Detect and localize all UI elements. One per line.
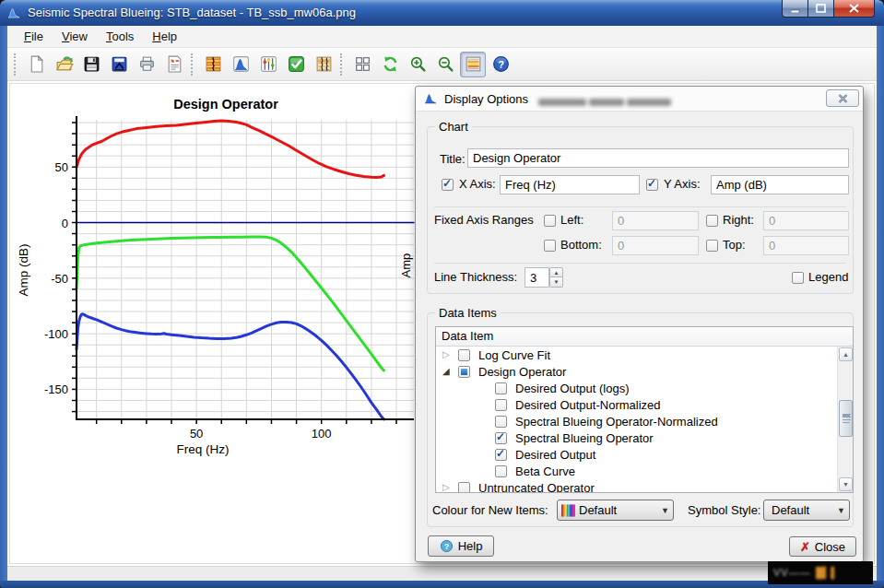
help-button[interactable]: ? Help: [428, 535, 494, 557]
item-checkbox-checked[interactable]: [495, 449, 507, 461]
tree-row[interactable]: Desired Output: [436, 447, 837, 464]
toolbar-apply-check-button[interactable]: [283, 52, 309, 77]
toolbar-open-folder-button[interactable]: [51, 52, 77, 77]
item-checkbox-unchecked[interactable]: [495, 416, 507, 428]
watermark: VV——█▍▌: [768, 561, 873, 584]
toolbar-tile-windows-button[interactable]: [349, 52, 375, 77]
menu-item-help[interactable]: Help: [143, 27, 186, 46]
tree-row[interactable]: Desired Output-Normalized: [436, 397, 837, 414]
item-checkbox-unchecked[interactable]: [495, 382, 507, 394]
open-folder-icon: [54, 54, 74, 74]
item-checkbox-checked[interactable]: [495, 432, 507, 444]
toolbar-grip: [14, 53, 18, 76]
toolbar-save-plot-button[interactable]: [106, 52, 132, 77]
colour-combobox[interactable]: Default ▼: [557, 500, 674, 521]
dialog-close-action-button[interactable]: ✗ Close: [789, 536, 856, 557]
left-range-checkbox[interactable]: [544, 215, 556, 227]
menu-item-tools[interactable]: Tools: [97, 27, 143, 46]
data-item-column-header[interactable]: Data Item: [436, 327, 853, 347]
toolbar-zoom-in-button[interactable]: [405, 52, 430, 77]
spinner-up-icon[interactable]: ▲: [549, 267, 563, 277]
toolbar-spectrum-button[interactable]: [228, 52, 253, 77]
expand-arrow-icon[interactable]: ▷: [442, 482, 450, 492]
toolbar-display-options-button[interactable]: [460, 52, 486, 77]
tree-row[interactable]: ▷Log Curve Fit: [436, 347, 837, 364]
tree-row[interactable]: Beta Curve: [436, 464, 837, 480]
toolbar-zoom-out-button[interactable]: [432, 52, 458, 77]
scroll-down-icon[interactable]: ▼: [839, 477, 853, 491]
toolbar-grip: [340, 53, 344, 76]
symbol-style-combobox[interactable]: Default ▼: [763, 500, 850, 521]
top-range-input: [763, 236, 849, 255]
spinner-down-icon[interactable]: ▼: [549, 277, 563, 288]
line-thickness-input[interactable]: [525, 267, 549, 288]
legend-checkbox[interactable]: [792, 272, 804, 284]
item-checkbox-unchecked[interactable]: [495, 465, 507, 477]
toolbar-print-button[interactable]: [134, 52, 159, 77]
minimize-button[interactable]: [782, 0, 808, 18]
close-button-label: Close: [815, 540, 845, 554]
right-range-checkbox[interactable]: [706, 215, 718, 227]
dialog-body: Chart Title: X Axis: Y Axis: Fixed Axis …: [416, 111, 863, 561]
right-range-label: Right:: [723, 213, 754, 227]
expand-arrow-icon[interactable]: ▷: [442, 349, 450, 359]
item-checkbox-unchecked[interactable]: [495, 399, 507, 411]
window-title: Seismic Spectral Blueing: STB_dataset - …: [28, 6, 356, 19]
title-bar[interactable]: Seismic Spectral Blueing: STB_dataset - …: [0, 0, 884, 26]
menu-item-view[interactable]: View: [53, 27, 97, 46]
y-axis-checkbox[interactable]: [646, 179, 658, 191]
tree-row[interactable]: Spectral Blueing Operator: [436, 430, 837, 447]
rainbow-palette-icon: [561, 504, 575, 517]
tree-row[interactable]: Spectral Blueing Operator-Normalized: [436, 414, 837, 430]
y-axis-input[interactable]: [711, 175, 849, 194]
toolbar-help-button[interactable]: ?: [488, 52, 513, 77]
menu-item-file[interactable]: File: [15, 27, 53, 46]
maximize-button[interactable]: [808, 0, 833, 18]
item-checkbox-unchecked[interactable]: [458, 349, 470, 361]
item-checkbox-unchecked[interactable]: [458, 482, 470, 492]
toolbar-seismic-section-button[interactable]: [200, 52, 226, 77]
tree-row[interactable]: Desired Output (logs): [436, 381, 837, 397]
toolbar-report-button[interactable]: [161, 52, 187, 77]
dialog-title: Display Options: [444, 92, 528, 106]
data-items-tree: ▷Log Curve Fit◢Design OperatorDesired Ou…: [436, 347, 837, 492]
tree-item-label: Desired Output-Normalized: [515, 398, 661, 412]
x-axis-checkbox[interactable]: [442, 179, 454, 191]
close-button[interactable]: [833, 0, 875, 18]
help-icon: ?: [440, 539, 454, 553]
toolbar-sliders-button[interactable]: [255, 52, 281, 77]
tree-row[interactable]: ▷Untruncated Operator: [436, 480, 837, 492]
scrollbar-thumb[interactable]: [839, 400, 853, 437]
toolbar-save-floppy-button[interactable]: [78, 52, 104, 77]
scroll-up-icon[interactable]: ▲: [839, 347, 853, 361]
top-range-checkbox[interactable]: [706, 240, 718, 252]
zoom-out-icon: [436, 54, 455, 74]
zoom-in-icon: [408, 54, 428, 74]
x-axis-title: Freq (Hz): [177, 442, 230, 456]
separator: [434, 206, 846, 207]
y-tick-label: 0: [62, 217, 68, 230]
save-plot-icon: [110, 54, 129, 74]
dialog-close-button[interactable]: [826, 89, 859, 107]
toolbar-new-document-button[interactable]: [23, 52, 49, 77]
tree-row[interactable]: ◢Design Operator: [436, 364, 837, 381]
collapse-arrow-icon[interactable]: ◢: [442, 366, 450, 376]
tile-windows-icon: [353, 54, 372, 74]
chart-title-input[interactable]: [467, 148, 849, 168]
display-options-icon: [464, 54, 483, 74]
toolbar-refresh-button[interactable]: [377, 52, 403, 77]
refresh-icon: [381, 54, 400, 74]
save-floppy-icon: [82, 54, 101, 74]
window-frame-right: [877, 26, 884, 581]
display-options-dialog: Display Options Chart Title: X Axis:: [415, 86, 864, 562]
tree-item-label: Design Operator: [478, 365, 566, 379]
tree-item-label: Desired Output (logs): [515, 382, 630, 395]
x-axis-input[interactable]: [500, 175, 640, 194]
bottom-range-checkbox[interactable]: [544, 240, 556, 252]
left-range-label: Left:: [560, 213, 583, 227]
toolbar-seismic-trace-button[interactable]: [311, 52, 336, 77]
dialog-title-bar[interactable]: Display Options: [416, 87, 863, 111]
background-chart-ylabel: Amp: [399, 247, 414, 284]
data-items-group-label: Data Items: [435, 306, 501, 320]
item-checkbox-partial[interactable]: [458, 366, 470, 378]
